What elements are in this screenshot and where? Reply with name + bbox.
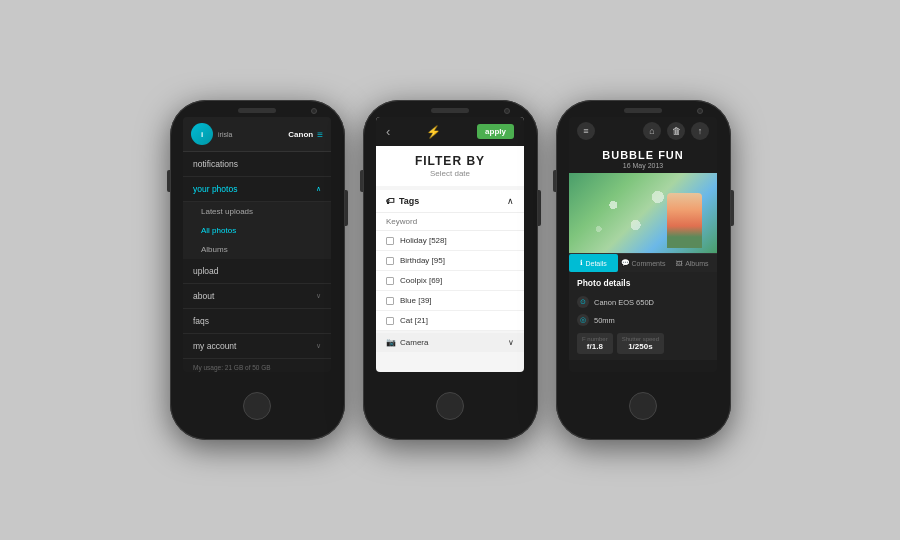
phone-2-top-bar [363, 100, 538, 117]
nav-storage: My usage: 21 GB of 50 GB [183, 359, 331, 372]
phone-3-screen: ≡ ⌂ 🗑 ↑ BUBBLE FUN 16 May 2013 [569, 117, 717, 372]
phone-3-bottom [629, 372, 657, 440]
phone-2-speaker [431, 108, 469, 113]
spec-shutter: Shutter speed 1/250s [617, 333, 664, 354]
share-icon[interactable]: ↑ [691, 122, 709, 140]
hamburger-icon[interactable]: ≡ [317, 129, 323, 140]
phone-1-bottom [243, 372, 271, 440]
spec-fnumber: F number f/1.8 [577, 333, 613, 354]
nav-item-upload[interactable]: upload [183, 259, 331, 284]
tag-checkbox-blue[interactable] [386, 297, 394, 305]
nav-sub-latest-uploads[interactable]: Latest uploads [183, 202, 331, 221]
nav-item-my-account[interactable]: my account ∨ [183, 334, 331, 359]
detail-tabs: ℹ Details 💬 Comments 🖼 Albums [569, 253, 717, 272]
phone-2-screen: ‹ ⚡ apply FILTER BY Select date 🏷 Tags [376, 117, 524, 372]
filter-header: ‹ ⚡ apply [376, 117, 524, 146]
nav-item-about[interactable]: about ∨ [183, 284, 331, 309]
tags-section-header: 🏷 Tags ∧ [376, 190, 524, 213]
nav-sub-all-photos[interactable]: All photos [183, 221, 331, 240]
phone-3-top-bar [556, 100, 731, 117]
filter-subtitle: Select date [384, 169, 516, 178]
albums-icon: 🖼 [676, 260, 683, 267]
filter-title-main: FILTER BY [384, 154, 516, 168]
phone-2-home-btn[interactable] [436, 392, 464, 420]
camera-section[interactable]: 📷 Camera ∨ [376, 333, 524, 352]
hamburger-btn[interactable]: ≡ [577, 122, 595, 140]
phone-2: ‹ ⚡ apply FILTER BY Select date 🏷 Tags [363, 100, 538, 440]
detail-header-actions: ⌂ 🗑 ↑ [643, 122, 709, 140]
phone-3-camera [697, 108, 703, 114]
phone-1-home-btn[interactable] [243, 392, 271, 420]
chevron-down-icon: ∨ [316, 292, 321, 300]
photo-details-title: Photo details [577, 278, 709, 288]
nav-item-notifications[interactable]: notifications [183, 152, 331, 177]
tab-albums[interactable]: 🖼 Albums [668, 254, 717, 272]
lens-row: ◎ 50mm [577, 311, 709, 329]
photo-details-section: Photo details ⊙ Canon EOS 650D ◎ 50mm F … [569, 272, 717, 360]
tag-checkbox-birthday[interactable] [386, 257, 394, 265]
apply-button[interactable]: apply [477, 124, 514, 139]
tag-checkbox-cat[interactable] [386, 317, 394, 325]
tags-label: 🏷 Tags [386, 196, 419, 206]
nav-header: i irisla Canon ≡ [183, 117, 331, 152]
detail-title-section: BUBBLE FUN 16 May 2013 [569, 145, 717, 173]
tags-chevron-up-icon: ∧ [507, 196, 514, 206]
phone-1: i irisla Canon ≡ notifications your phot… [170, 100, 345, 440]
camera-chevron-down-icon: ∨ [508, 338, 514, 347]
tags-section: 🏷 Tags ∧ Holiday [528] Birthday [95] [376, 190, 524, 331]
avatar: i [191, 123, 213, 145]
nav-sub-photos: Latest uploads All photos Albums [183, 202, 331, 259]
tag-icon: 🏷 [386, 196, 395, 206]
camera-info-icon: ⊙ [577, 296, 589, 308]
delete-icon[interactable]: 🗑 [667, 122, 685, 140]
nav-sub-albums[interactable]: Albums [183, 240, 331, 259]
camera-icon: 📷 [386, 338, 396, 347]
detail-photo [569, 173, 717, 253]
phone-3-home-btn[interactable] [629, 392, 657, 420]
home-icon[interactable]: ⌂ [643, 122, 661, 140]
phone-3: ≡ ⌂ 🗑 ↑ BUBBLE FUN 16 May 2013 [556, 100, 731, 440]
comments-icon: 💬 [621, 259, 630, 267]
tab-details[interactable]: ℹ Details [569, 254, 618, 272]
tag-item-blue[interactable]: Blue [39] [376, 291, 524, 311]
phone-1-screen: i irisla Canon ≡ notifications your phot… [183, 117, 331, 372]
tag-item-holiday[interactable]: Holiday [528] [376, 231, 524, 251]
tag-item-birthday[interactable]: Birthday [95] [376, 251, 524, 271]
detail-date: 16 May 2013 [577, 162, 709, 169]
photo-child-figure [667, 193, 702, 248]
nav-user-info: irisla [218, 131, 232, 138]
phone-1-top-bar [170, 100, 345, 117]
phone-3-speaker [624, 108, 662, 113]
phone-1-speaker [238, 108, 276, 113]
detail-screen: ≡ ⌂ 🗑 ↑ BUBBLE FUN 16 May 2013 [569, 117, 717, 372]
back-button[interactable]: ‹ [386, 124, 390, 139]
tag-item-coolpix[interactable]: Coolpix [69] [376, 271, 524, 291]
camera-row: ⊙ Canon EOS 650D [577, 293, 709, 311]
keyword-input[interactable] [376, 213, 524, 231]
nav-item-your-photos[interactable]: your photos ∧ [183, 177, 331, 202]
chevron-up-icon: ∧ [316, 185, 321, 193]
detail-header: ≡ ⌂ 🗑 ↑ [569, 117, 717, 145]
nav-brand: Canon [288, 130, 313, 139]
nav-item-faqs[interactable]: faqs [183, 309, 331, 334]
lens-info-icon: ◎ [577, 314, 589, 326]
detail-title: BUBBLE FUN [577, 149, 709, 161]
chevron-down-icon-2: ∨ [316, 342, 321, 350]
info-icon: ℹ [580, 259, 583, 267]
nav-screen: i irisla Canon ≡ notifications your phot… [183, 117, 331, 372]
filter-funnel-icon: ⚡ [426, 125, 441, 139]
tag-item-cat[interactable]: Cat [21] [376, 311, 524, 331]
phone-2-camera [504, 108, 510, 114]
tag-checkbox-holiday[interactable] [386, 237, 394, 245]
phone-2-bottom [436, 372, 464, 440]
tag-checkbox-coolpix[interactable] [386, 277, 394, 285]
filter-title-section: FILTER BY Select date [376, 146, 524, 186]
phone-1-camera [311, 108, 317, 114]
photo-specs: F number f/1.8 Shutter speed 1/250s [577, 333, 709, 354]
filter-screen: ‹ ⚡ apply FILTER BY Select date 🏷 Tags [376, 117, 524, 372]
tab-comments[interactable]: 💬 Comments [618, 254, 667, 272]
nav-username: irisla [218, 131, 232, 138]
